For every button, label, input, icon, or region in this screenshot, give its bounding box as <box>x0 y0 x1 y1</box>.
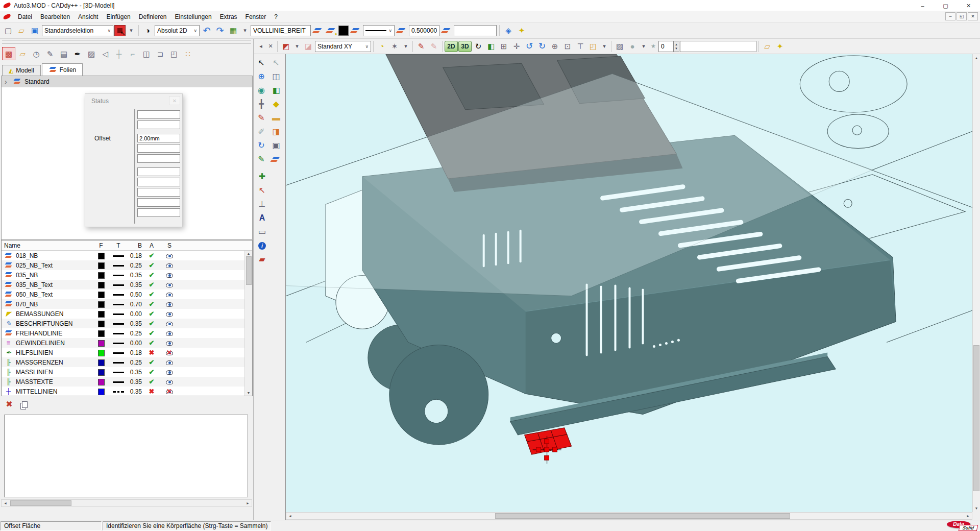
knife-tool-button[interactable]: ✐ <box>255 125 268 138</box>
viewport-scene[interactable] <box>286 54 972 512</box>
shade-button[interactable]: ◧ <box>485 40 497 53</box>
layer-linetype-cell[interactable] <box>110 262 127 269</box>
value-spinner[interactable]: ▲▼ <box>658 41 679 52</box>
layer-color-cell[interactable] <box>92 378 110 385</box>
menu-item[interactable]: ? <box>270 12 282 21</box>
layer-active-cell[interactable]: ✔ <box>143 339 160 347</box>
layer-table-header[interactable]: ˇ Name F T B A S <box>2 240 252 251</box>
draw-button[interactable]: ✎ <box>415 40 427 53</box>
eraser-tool-button[interactable]: ▰ <box>256 253 269 266</box>
mdi-minimize-button[interactable]: – <box>945 12 955 20</box>
menu-item[interactable]: Definieren <box>135 12 171 21</box>
mirror-button[interactable]: ◁ <box>99 47 112 60</box>
layer-row[interactable]: ✎BESCHRIFTUNGEN0.35✔ <box>2 319 244 328</box>
select-cursor-alt-button[interactable]: ↖ <box>270 56 283 69</box>
tsquare-tool-button[interactable]: ⊥ <box>256 198 269 211</box>
zoom-tool-button[interactable]: ⊕ <box>255 70 268 83</box>
layer-visible-cell[interactable] <box>160 369 179 376</box>
copy-button[interactable] <box>17 398 30 411</box>
layer-active-cell[interactable]: ✔ <box>143 271 160 279</box>
layer-linetype-cell[interactable] <box>110 340 127 347</box>
rotate-right-button[interactable]: ↻ <box>536 40 548 53</box>
cubes-tool-button[interactable]: ▣ <box>270 139 283 152</box>
layer-active-cell[interactable]: ✔ <box>143 320 160 327</box>
layer-row[interactable]: 035_NB_Text0.35✔ <box>2 280 244 289</box>
status-field[interactable] <box>137 198 180 207</box>
layer-linetype-cell[interactable] <box>110 252 127 259</box>
linestyle-dropdown[interactable]: ∨ <box>363 25 395 36</box>
tools-button[interactable]: ✶ <box>388 40 401 53</box>
layer-color-cell[interactable] <box>92 310 110 317</box>
measure-tool-button[interactable]: ▭ <box>256 225 269 238</box>
render-dropdown[interactable]: ▾ <box>639 42 648 51</box>
layer-row[interactable]: 070_NB0.70✔ <box>2 299 244 309</box>
lineweight-input[interactable] <box>409 25 439 36</box>
scroll-thumb[interactable] <box>246 256 252 285</box>
layer-active-cell[interactable]: ✔ <box>143 358 160 366</box>
scroll-up-icon[interactable]: ▲ <box>975 54 978 62</box>
layer-linetype-cell[interactable] <box>110 310 127 318</box>
layer-row[interactable]: ◤BEMASSUNGEN0.00✔ <box>2 309 244 319</box>
layer-linestyle-icon[interactable] <box>396 25 408 37</box>
layer-visible-cell[interactable] <box>160 310 179 318</box>
menu-item[interactable]: Einfügen <box>102 12 134 21</box>
solid-view-button[interactable]: ◩ <box>280 40 292 53</box>
hatch-button[interactable]: ▨ <box>614 40 626 53</box>
delete-filter-button[interactable]: ✖ <box>3 398 15 411</box>
pick-tool-button[interactable]: ↖ <box>256 184 269 197</box>
viewport-vscrollbar[interactable]: ▲ ▼ <box>972 54 980 512</box>
status-field[interactable] <box>137 120 180 129</box>
layer-visible-cell[interactable] <box>160 291 179 298</box>
wire-cube-button[interactable]: ◫ <box>140 47 153 60</box>
origin-button[interactable]: ◑ <box>141 25 154 37</box>
rotate-tool-button[interactable]: ↻ <box>255 139 268 152</box>
h-pencil-button[interactable]: ✒ <box>71 47 84 60</box>
hatch-box-button[interactable]: ▨ <box>85 47 98 60</box>
scroll-left-icon[interactable]: ◄ <box>2 501 9 505</box>
layer-color-cell[interactable] <box>92 368 110 375</box>
scroll-right-icon[interactable]: ► <box>244 501 252 505</box>
pan-button[interactable]: ✛ <box>510 40 523 53</box>
layer-color-cell[interactable] <box>92 339 110 346</box>
layer-linetype-cell[interactable] <box>110 281 127 288</box>
import-folder-button[interactable]: ▱ <box>16 47 29 60</box>
layer-width-cell[interactable]: 0.00 <box>127 310 143 318</box>
layer-visible-cell[interactable] <box>160 340 179 347</box>
layer-color-cell[interactable] <box>92 388 110 395</box>
layer-visible-cell[interactable] <box>160 349 179 356</box>
menu-item[interactable]: Fenster <box>241 12 271 21</box>
expander-icon[interactable]: › <box>5 78 10 86</box>
layer-linetype-cell[interactable] <box>110 369 127 376</box>
dock-grip[interactable] <box>2 40 251 44</box>
selection-color-dropdown[interactable]: ▾ <box>127 26 136 35</box>
status-dialog-close-button[interactable]: ✕ <box>169 96 180 105</box>
save-button[interactable]: ▣ <box>29 25 41 37</box>
layer-active-cell[interactable]: ✖ <box>143 388 160 395</box>
wheel[interactable] <box>389 345 488 445</box>
viewport-hscrollbar[interactable]: ◄ ► <box>286 512 972 520</box>
column-s[interactable]: S <box>160 242 179 249</box>
info-tool-button[interactable]: i <box>256 239 269 252</box>
coordinate-mode-dropdown[interactable]: Absolut 2D∨ <box>155 25 200 36</box>
dock-collapse-button[interactable]: ◂ <box>256 42 265 51</box>
menu-item[interactable]: Einstellungen <box>171 12 216 21</box>
scroll-thumb[interactable] <box>495 513 790 519</box>
draw-plus-tool-button[interactable]: ✚ <box>256 170 269 183</box>
rotate-left-button[interactable]: ↺ <box>523 40 535 53</box>
current-color-swatch[interactable] <box>338 26 349 36</box>
viewport-user-bulb-icon[interactable]: ✦ <box>774 40 786 53</box>
view-3d-button[interactable]: 3D <box>458 41 472 52</box>
layer-width-cell[interactable]: 0.18 <box>127 349 143 356</box>
menu-item[interactable]: Ansicht <box>74 12 102 21</box>
layer-visible-cell[interactable] <box>160 359 179 366</box>
layer-visible-cell[interactable] <box>160 388 179 395</box>
scroll-up-icon[interactable]: ▲ <box>247 252 251 255</box>
layer-color-cell[interactable] <box>92 291 110 298</box>
status-field[interactable] <box>137 178 180 186</box>
status-field[interactable] <box>137 208 180 217</box>
layer-linetype-cell[interactable] <box>110 388 127 395</box>
layer-row[interactable]: 050_NB_Text0.50✔ <box>2 289 244 299</box>
layer-width-cell[interactable]: 0.35 <box>127 281 143 288</box>
grid-dropdown[interactable]: ▾ <box>240 26 250 35</box>
status-field[interactable] <box>137 154 180 163</box>
